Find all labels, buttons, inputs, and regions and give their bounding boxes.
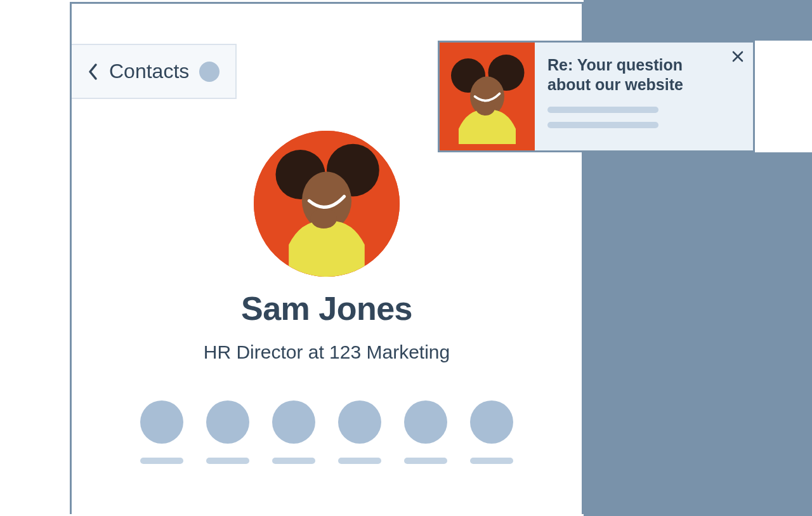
action-placeholder[interactable]	[338, 400, 381, 464]
close-icon[interactable]	[730, 49, 745, 64]
svg-point-4	[311, 208, 337, 228]
avatar-person-icon	[440, 43, 535, 150]
action-icon-placeholder	[140, 400, 183, 444]
notification-subject: Re: Your question about our website	[547, 55, 724, 94]
contact-title: HR Director at 123 Marketing	[72, 341, 582, 363]
action-icon-placeholder	[206, 400, 249, 444]
action-label-placeholder	[470, 458, 513, 464]
action-placeholder[interactable]	[206, 400, 249, 464]
breadcrumb-label: Contacts	[109, 60, 189, 83]
notification-overflow-strip	[755, 41, 812, 152]
action-label-placeholder	[338, 458, 381, 464]
action-placeholder[interactable]	[272, 400, 315, 464]
action-row	[72, 400, 582, 464]
action-icon-placeholder	[338, 400, 381, 444]
action-placeholder[interactable]	[470, 400, 513, 464]
action-icon-placeholder	[404, 400, 447, 444]
action-icon-placeholder	[470, 400, 513, 444]
text-placeholder-line	[547, 122, 658, 128]
notification-body: Re: Your question about our website	[535, 43, 753, 150]
notification-preview-placeholder	[547, 107, 724, 128]
action-label-placeholder	[272, 458, 315, 464]
breadcrumb-status-icon	[199, 62, 219, 82]
breadcrumb[interactable]: Contacts	[72, 44, 237, 99]
action-icon-placeholder	[272, 400, 315, 444]
action-label-placeholder	[206, 458, 249, 464]
chevron-left-icon	[88, 62, 99, 81]
action-label-placeholder	[140, 458, 183, 464]
action-placeholder[interactable]	[140, 400, 183, 464]
contact-name: Sam Jones	[72, 289, 582, 327]
action-placeholder[interactable]	[404, 400, 447, 464]
action-label-placeholder	[404, 458, 447, 464]
contact-avatar[interactable]	[254, 131, 400, 277]
notification-avatar	[440, 43, 535, 150]
notification-card[interactable]: Re: Your question about our website	[438, 41, 755, 152]
avatar-person-icon	[254, 131, 400, 277]
text-placeholder-line	[547, 107, 658, 113]
svg-point-9	[476, 100, 495, 116]
